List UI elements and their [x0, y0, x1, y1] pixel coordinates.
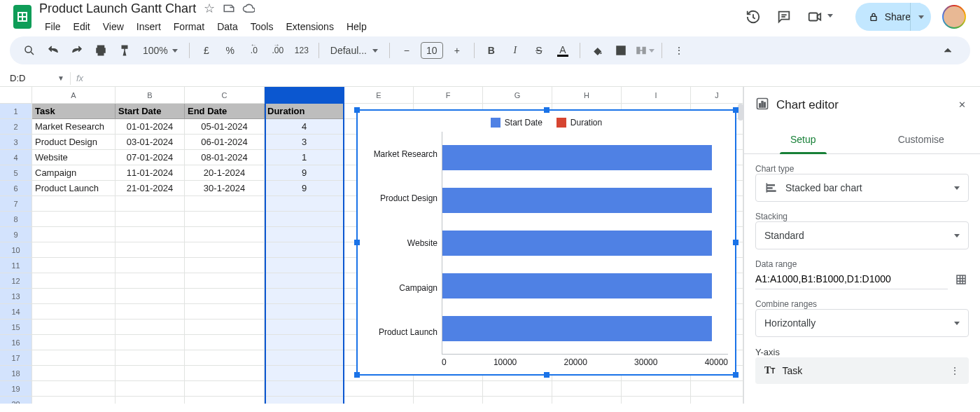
cell[interactable] [691, 381, 743, 397]
cell[interactable] [265, 304, 344, 320]
zoom-select[interactable]: 100% [139, 45, 182, 56]
cell[interactable] [185, 258, 265, 273]
menu-file[interactable]: File [39, 20, 66, 34]
cell[interactable]: 30-1-2024 [185, 181, 265, 196]
cell[interactable] [185, 381, 265, 397]
cell[interactable]: 21-01-2024 [115, 181, 185, 196]
paint-format-icon[interactable] [115, 41, 134, 60]
cell[interactable] [414, 381, 483, 397]
cell[interactable] [265, 289, 344, 304]
cell[interactable] [185, 242, 265, 258]
cell[interactable] [265, 196, 344, 212]
cell[interactable] [344, 381, 414, 397]
print-icon[interactable] [91, 41, 111, 60]
col-header-B[interactable]: B [115, 87, 185, 104]
cell[interactable] [265, 242, 344, 258]
cell[interactable] [185, 273, 265, 289]
cell[interactable] [265, 397, 344, 404]
resize-handle[interactable] [544, 107, 550, 113]
cell[interactable] [32, 304, 115, 320]
scrollbar-thumb[interactable] [738, 104, 743, 121]
cell[interactable]: 3 [265, 135, 344, 150]
cell[interactable] [265, 258, 344, 273]
meet-icon[interactable] [805, 7, 825, 27]
cell[interactable] [115, 381, 185, 397]
cell[interactable] [32, 273, 115, 289]
cell[interactable] [115, 212, 185, 227]
cell[interactable] [115, 304, 185, 320]
row-header[interactable]: 8 [0, 212, 32, 227]
cell[interactable] [552, 381, 622, 397]
col-header-G[interactable]: G [483, 87, 552, 104]
menu-data[interactable]: Data [211, 20, 244, 34]
cell[interactable]: 4 [265, 119, 344, 135]
col-header-J[interactable]: J [691, 87, 743, 104]
col-header-I[interactable]: I [622, 87, 691, 104]
bold-button[interactable]: B [482, 41, 501, 60]
search-menus-icon[interactable] [20, 41, 39, 60]
data-range-input[interactable] [755, 269, 948, 289]
yaxis-field[interactable]: TT Task ⋮ [755, 357, 969, 384]
cell[interactable]: Campaign [32, 165, 115, 181]
move-icon[interactable] [223, 2, 235, 15]
menu-extensions[interactable]: Extensions [280, 20, 339, 34]
menu-format[interactable]: Format [168, 20, 210, 34]
cell[interactable] [32, 366, 115, 381]
cell[interactable]: End Date [185, 104, 265, 119]
col-header-C[interactable]: C [185, 87, 265, 104]
cell[interactable]: Market Research [32, 119, 115, 135]
cell[interactable]: 08-01-2024 [185, 150, 265, 165]
cloud-status-icon[interactable] [242, 2, 255, 15]
row-header[interactable]: 18 [0, 366, 32, 381]
stacking-select[interactable]: Standard [755, 221, 969, 249]
menu-edit[interactable]: Edit [68, 20, 96, 34]
cell[interactable] [32, 350, 115, 366]
more-icon[interactable]: ⋮ [950, 365, 960, 376]
percent-button[interactable]: % [220, 41, 240, 60]
col-header-F[interactable]: F [414, 87, 483, 104]
cell[interactable] [185, 366, 265, 381]
select-all-corner[interactable] [0, 87, 32, 104]
redo-icon[interactable] [67, 41, 87, 60]
row-header[interactable]: 9 [0, 227, 32, 242]
row-header[interactable]: 3 [0, 135, 32, 150]
row-header[interactable]: 7 [0, 196, 32, 212]
cell[interactable]: Product Design [32, 135, 115, 150]
cell[interactable] [185, 227, 265, 242]
cell[interactable] [115, 273, 185, 289]
cell[interactable] [552, 397, 622, 404]
col-header-A[interactable]: A [32, 87, 115, 104]
cell[interactable]: Task [32, 104, 115, 119]
cell[interactable]: Start Date [115, 104, 185, 119]
cell[interactable]: Product Launch [32, 181, 115, 196]
row-header[interactable]: 5 [0, 165, 32, 181]
cell[interactable] [115, 320, 185, 335]
cell[interactable] [32, 242, 115, 258]
cell[interactable] [265, 350, 344, 366]
cell[interactable] [185, 196, 265, 212]
row-header[interactable]: 17 [0, 350, 32, 366]
cell[interactable] [115, 196, 185, 212]
font-size-input[interactable]: 10 [421, 42, 443, 59]
cell[interactable]: 1 [265, 150, 344, 165]
row-header[interactable]: 15 [0, 320, 32, 335]
italic-button[interactable]: I [505, 41, 525, 60]
comment-icon[interactable] [774, 7, 794, 27]
cell[interactable] [115, 289, 185, 304]
account-avatar[interactable] [942, 5, 966, 29]
cell[interactable] [265, 335, 344, 350]
col-header-D[interactable]: D [265, 87, 344, 104]
history-icon[interactable] [743, 7, 763, 27]
more-formats-button[interactable]: 123 [292, 41, 312, 60]
cell[interactable] [32, 196, 115, 212]
menu-view[interactable]: View [97, 20, 130, 34]
cell[interactable] [115, 350, 185, 366]
cell[interactable] [115, 366, 185, 381]
cell[interactable] [185, 397, 265, 404]
undo-icon[interactable] [43, 41, 63, 60]
cell[interactable]: 11-01-2024 [115, 165, 185, 181]
cell[interactable] [185, 212, 265, 227]
row-header[interactable]: 20 [0, 397, 32, 404]
text-color-button[interactable]: A [553, 41, 573, 60]
cell[interactable] [32, 320, 115, 335]
